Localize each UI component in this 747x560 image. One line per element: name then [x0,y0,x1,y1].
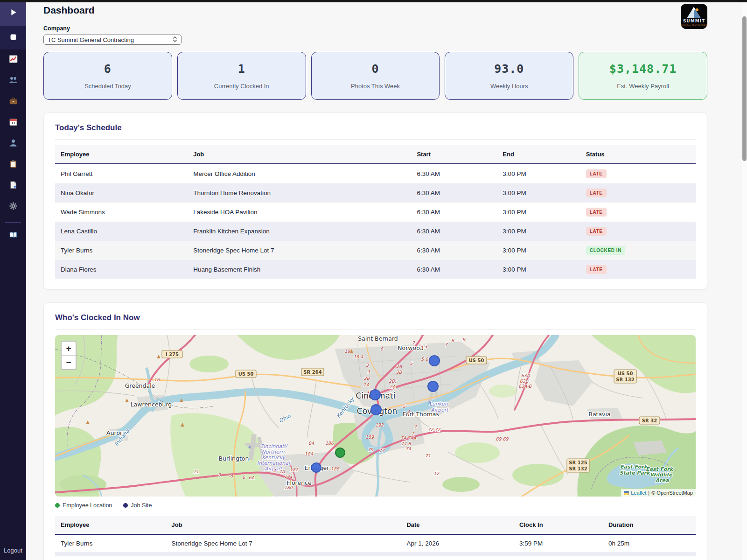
clocked-in-panel: Who's Clocked In Now + − Leaflet | © Ope… [43,302,707,560]
map-canvas: I 275 US 50 SR 264 US 50 US 50 SR 132 SR… [55,335,696,497]
table-row: Nina Okafor Thornton Home Renovation 6:3… [55,183,696,203]
cell-job: Thornton Home Renovation [188,183,411,203]
cell-employee: Diana Flores [55,260,188,279]
company-label: Company [43,25,707,32]
company-select[interactable]: TC Summit General Contracting [43,35,182,45]
svg-text:8: 8 [230,473,233,478]
svg-text:SR 264: SR 264 [303,370,321,375]
cell-employee: Lena Castillo [55,222,188,241]
stat-label: Weekly Hours [490,83,528,90]
briefcase-icon [9,97,18,107]
sidebar-item-reports[interactable] [0,49,26,70]
play-icon [9,8,18,19]
sidebar-item-documents[interactable] [0,175,26,196]
svg-text:Greendale: Greendale [125,382,155,389]
stat-est-weekly-payroll: $3,148.71 Est. Weekly Payroll [579,52,707,100]
cell-start: 6:30 AM [411,222,497,241]
table-row: Wade Simmons Lakeside HOA Pavilion 6:30 … [55,203,696,222]
status-badge: LATE [586,265,607,274]
cell-start: 6:30 AM [411,203,497,222]
open-book-icon [9,231,18,241]
sidebar-item-jobs[interactable] [0,91,26,112]
svg-text:5 6: 5 6 [421,357,428,362]
job-site-dot-icon [123,503,128,508]
stat-value: 6 [104,62,112,76]
cell-clock-in: 3:59 PM [514,534,603,552]
col-clock-in: Clock In [514,516,603,534]
cell-status: LATE [580,164,696,183]
svg-text:SR 125: SR 125 [569,460,587,465]
cell-job: Franklin Kitchen Expansion [188,222,411,241]
svg-text:2B;: 2B; [389,378,397,384]
svg-text:181: 181 [284,474,293,479]
zoom-in-button[interactable]: + [62,342,76,355]
svg-text:186: 186 [325,441,334,446]
svg-text:3A: 3A [396,364,402,369]
col-date: Date [401,516,514,534]
cell-duration: 0h 25m [603,534,696,552]
svg-text:I 275: I 275 [166,352,179,357]
col-employee: Employee [55,516,166,534]
svg-text:189: 189 [365,434,374,440]
svg-text:72 72: 72 72 [427,427,440,432]
stat-photos-this-week: 0 Photos This Week [311,52,440,100]
svg-text:3: 3 [367,369,370,374]
sidebar-item-employee[interactable] [0,133,26,154]
calendar-icon: 17 [9,118,18,128]
stat-value: 0 [371,62,379,76]
cell-end: 3:00 PM [497,260,580,279]
cell-start: 6:30 AM [411,260,497,279]
cell-date: Apr 1, 2026 [401,534,514,552]
sidebar-item-settings[interactable] [0,196,26,217]
map[interactable]: + − Leaflet | © OpenStreetMap [55,335,696,497]
col-job: Job [188,145,411,164]
window-top-bar [0,0,747,2]
sidebar-item-tasks[interactable] [0,154,26,175]
sidebar-item-stop[interactable] [0,26,26,49]
svg-text:4: 4 [273,468,276,473]
cell-status: CLOCKED IN [580,241,696,260]
scrollbar-thumb[interactable] [742,16,747,161]
legend-job-site: Job Site [123,502,152,509]
svg-text:2: 2 [414,424,418,429]
zoom-out-button[interactable]: − [62,355,76,369]
cell-end: 3:00 PM [497,203,580,222]
cell-employee: Nina Okafor [55,183,188,203]
cell-start: 6:30 AM [411,183,497,203]
svg-text:2A: 2A [363,382,370,387]
status-badge: CLOCKED IN [586,246,625,255]
col-start: Start [411,145,497,164]
svg-text:182: 182 [290,467,299,472]
col-job: Job [166,516,401,534]
stat-value: 93.0 [494,62,524,76]
page-scrollbar[interactable] [742,2,747,560]
svg-text:184: 184 [305,451,314,456]
leaflet-link[interactable]: Leaflet [631,490,646,496]
svg-text:16: 16 [154,377,160,382]
sidebar: 17 Logout [0,0,26,560]
logout-button[interactable]: Logout [4,547,22,554]
svg-text:Airport: Airport [431,407,449,413]
svg-text:Lawrenceburg: Lawrenceburg [131,401,172,408]
sidebar-item-schedule[interactable]: 17 [0,112,26,133]
cell-end: 3:00 PM [497,164,580,183]
sidebar-item-handbook[interactable] [0,225,26,246]
cell-end: 3:00 PM [497,222,580,241]
divider [55,329,696,329]
sidebar-item-play[interactable] [0,0,26,26]
sidebar-item-team[interactable] [0,70,26,91]
svg-text:8: 8 [218,472,221,477]
employee-location-marker[interactable] [335,448,345,457]
osm-link[interactable]: © OpenStreetMap [651,490,693,496]
svg-text:192: 192 [375,422,384,427]
stat-currently-clocked-in: 1 Currently Clocked In [177,52,306,100]
employee-location-dot-icon [55,503,60,508]
todays-schedule-panel: Today's Schedule Employee Job Start End … [43,112,707,290]
cell-status: LATE [580,222,696,241]
cell-end: 3:00 PM [497,183,580,203]
svg-text:12: 12 [433,471,440,476]
cell-status: LATE [580,260,696,279]
svg-text:Saint Bernard: Saint Bernard [358,335,398,342]
table-row: Lena Castillo Franklin Kitchen Expansion… [55,222,696,241]
svg-text:2A: 2A [390,384,396,389]
